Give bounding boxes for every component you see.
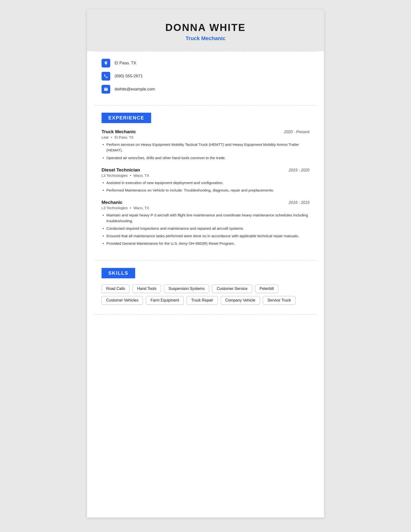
email-icon — [102, 85, 110, 94]
skill-tag: Truck Repair — [187, 296, 218, 305]
job-company-3: L3 Technologies • Waco, TX — [102, 206, 309, 210]
skill-tag: Suspension Systems — [164, 284, 209, 293]
job-entry-3: Mechanic 2016 - 2019 L3 Technologies • W… — [102, 200, 309, 246]
skills-section: SKILLS Road Calls Hand Tools Suspension … — [87, 261, 324, 314]
job-company-2: L3 Technologies • Waco, TX — [102, 173, 309, 178]
job-dates-1: 2020 - Present — [284, 130, 309, 134]
job-title-2: Diesel Technician — [102, 167, 140, 173]
job-entry-1: Truck Mechanic 2020 - Present Lear • El … — [102, 129, 309, 161]
contact-phone: (690) 555-2671 — [102, 72, 309, 81]
location-text: El Paso, TX — [115, 61, 136, 66]
job-entry-2: Diesel Technician 2019 - 2020 L3 Technol… — [102, 167, 309, 193]
resume-container: DONNA WHITE Truck Mechanic El Paso, TX (… — [87, 10, 324, 517]
candidate-name: DONNA WHITE — [97, 22, 314, 33]
job-header-2: Diesel Technician 2019 - 2020 — [102, 167, 309, 173]
skill-tag: Farm Equipment — [146, 296, 184, 305]
list-item: Maintain and repair heavy P-3 aircraft w… — [102, 212, 309, 224]
location-icon — [102, 59, 110, 67]
job-bullets-1: Perform services on Heavy Equipment Mobi… — [102, 142, 309, 161]
experience-section: EXPERIENCE Truck Mechanic 2020 - Present… — [87, 105, 324, 260]
contact-location: El Paso, TX — [102, 59, 309, 67]
job-company-1: Lear • El Paso, TX — [102, 135, 309, 139]
experience-heading-wrapper: EXPERIENCE — [102, 113, 309, 123]
list-item: Performed Maintenance on Vehicle to incl… — [102, 187, 309, 193]
bottom-spacer — [87, 315, 324, 329]
skill-tag: Customer Service — [212, 284, 252, 293]
list-item: Operated air wrenches, drills and other … — [102, 155, 309, 161]
header-section: DONNA WHITE Truck Mechanic — [87, 10, 324, 51]
job-dates-3: 2016 - 2019 — [289, 200, 309, 205]
contact-email: dwhite@example.com — [102, 85, 309, 94]
job-header-1: Truck Mechanic 2020 - Present — [102, 129, 309, 134]
job-title-3: Mechanic — [102, 200, 122, 205]
contact-section: El Paso, TX (690) 555-2671 dwhite@exampl… — [87, 51, 324, 105]
skills-heading: SKILLS — [102, 268, 135, 278]
skill-tag: Company Vehicle — [221, 296, 260, 305]
candidate-title: Truck Mechanic — [97, 35, 314, 42]
skill-tag: Hand Tools — [132, 284, 161, 293]
skill-tag: Peterbilt — [255, 284, 279, 293]
job-header-3: Mechanic 2016 - 2019 — [102, 200, 309, 205]
email-text: dwhite@example.com — [115, 87, 155, 92]
job-dates-2: 2019 - 2020 — [289, 168, 309, 172]
phone-icon — [102, 72, 110, 81]
skill-tag: Service Truck — [263, 296, 295, 305]
experience-heading: EXPERIENCE — [102, 113, 151, 123]
skill-tag: Customer Vehicles — [102, 296, 143, 305]
job-bullets-2: Assisted in execution of new equipment d… — [102, 180, 309, 193]
phone-text: (690) 555-2671 — [115, 74, 143, 79]
list-item: Conducted required inspections and maint… — [102, 226, 309, 231]
job-title-1: Truck Mechanic — [102, 129, 136, 134]
job-bullets-3: Maintain and repair heavy P-3 aircraft w… — [102, 212, 309, 246]
list-item: Ensured that all maintenance tasks perfo… — [102, 233, 309, 239]
list-item: Provided General Maintenance for the U.S… — [102, 241, 309, 246]
skills-heading-wrapper: SKILLS — [102, 268, 309, 278]
skills-tags-container: Road Calls Hand Tools Suspension Systems… — [102, 284, 309, 305]
skill-tag: Road Calls — [102, 284, 130, 293]
list-item: Perform services on Heavy Equipment Mobi… — [102, 142, 309, 153]
list-item: Assisted in execution of new equipment d… — [102, 180, 309, 185]
